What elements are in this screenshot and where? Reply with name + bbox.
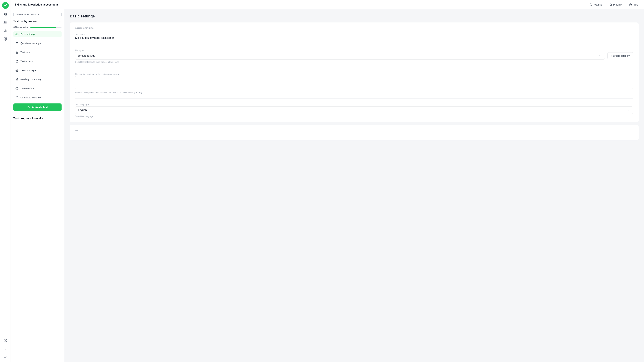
collapse-icon[interactable] — [58, 20, 62, 23]
category-help: Select test category to keep track of al… — [75, 61, 633, 63]
category-select[interactable]: Uncategorized — [75, 52, 605, 60]
test-progress-collapse-icon[interactable] — [58, 117, 62, 120]
progress-row: 83% completed — [14, 26, 62, 28]
activate-test-label: Activate test — [32, 106, 48, 109]
nav-item-questions-manager[interactable]: Questions manager — [14, 40, 62, 46]
back-icon[interactable] — [2, 345, 9, 352]
language-help: Select test language. — [75, 115, 633, 118]
nav-label-test-sets: Test sets — [20, 51, 30, 54]
page-header-title: Skills and knowledge assessment — [15, 3, 58, 6]
category-label: Category — [75, 49, 633, 52]
nav-label-test-access: Test access — [20, 60, 33, 63]
test-name-group: Test name Skills and knowledge assessmen… — [75, 33, 633, 44]
nav-label-test-start-page: Test start page — [20, 69, 36, 72]
svg-rect-26 — [16, 53, 16, 54]
progress-bar-fill — [30, 27, 56, 28]
expand-icon[interactable] — [2, 353, 9, 360]
svg-rect-0 — [4, 14, 5, 14]
language-select[interactable]: English — [75, 106, 633, 114]
panel-divider — [14, 114, 62, 114]
nav-label-basic-settings: Basic settings — [20, 33, 35, 36]
print-icon — [629, 3, 632, 6]
test-progress-label: Test progress & results — [14, 117, 43, 120]
nav-item-certificate-template[interactable]: Certificate template — [14, 94, 62, 101]
analytics-icon[interactable] — [2, 28, 9, 34]
language-group: Test language English Select test langua… — [75, 103, 633, 118]
description-textarea[interactable] — [75, 76, 633, 89]
svg-line-15 — [612, 5, 612, 6]
logo-card: LOGO — [70, 125, 639, 140]
print-button[interactable]: Print — [627, 2, 640, 8]
category-row: Uncategorized + Create category — [75, 52, 633, 60]
chevron-down-icon — [599, 54, 602, 57]
page-title: Basic settings — [70, 14, 639, 18]
settings-icon[interactable] — [2, 36, 9, 42]
language-chevron-icon — [628, 109, 630, 112]
nav-item-grading-summary[interactable]: Grading & summary — [14, 76, 62, 83]
questions-manager-icon — [16, 42, 18, 45]
test-access-icon — [16, 60, 18, 63]
svg-rect-2 — [4, 15, 5, 16]
nav-item-test-sets[interactable]: Test sets — [14, 49, 62, 56]
header-divider-1 — [606, 3, 606, 6]
test-info-button[interactable]: Test info — [587, 2, 604, 8]
preview-icon — [610, 3, 612, 6]
svg-marker-35 — [28, 106, 30, 108]
nav-item-test-access[interactable]: Test access — [14, 58, 62, 64]
svg-rect-3 — [6, 15, 6, 16]
svg-rect-25 — [17, 51, 18, 52]
info-icon — [590, 3, 592, 6]
icon-sidebar — [0, 0, 11, 362]
logo-section-label: LOGO — [75, 130, 633, 132]
apps-icon[interactable] — [2, 12, 9, 18]
top-header: Skills and knowledge assessment Test inf… — [11, 0, 644, 10]
time-settings-icon — [16, 87, 18, 90]
language-select-value: English — [78, 109, 87, 112]
header-divider-2 — [625, 3, 626, 6]
svg-rect-27 — [17, 53, 18, 54]
nav-label-time-settings: Time settings — [20, 87, 34, 90]
create-category-button[interactable]: + Create category — [608, 52, 633, 59]
nav-item-test-start-page[interactable]: Test start page — [14, 67, 62, 74]
svg-rect-24 — [16, 51, 16, 52]
description-group: Description (optional notes visible only… — [75, 73, 633, 98]
help-icon[interactable] — [2, 337, 9, 344]
config-section-header: Test configuration — [14, 20, 62, 23]
progress-bar-background — [30, 27, 62, 28]
grading-summary-icon — [16, 78, 18, 81]
nav-label-questions-manager: Questions manager — [20, 42, 41, 44]
svg-rect-16 — [630, 5, 631, 6]
svg-rect-1 — [6, 14, 6, 14]
nav-item-time-settings[interactable]: Time settings — [14, 85, 62, 92]
language-label: Test language — [75, 103, 633, 106]
left-panel: SETUP IN PROGRESS Test configuration 83%… — [11, 10, 64, 362]
svg-rect-28 — [16, 61, 18, 62]
nav-label-grading-summary: Grading & summary — [20, 78, 41, 81]
test-name-label: Test name — [75, 33, 633, 36]
nav-label-certificate-template: Certificate template — [20, 96, 41, 99]
main-content: Basic settings INITIAL SETTINGS Test nam… — [64, 10, 644, 362]
app-logo[interactable] — [2, 2, 9, 9]
users-icon[interactable] — [2, 20, 9, 26]
test-info-label: Test info — [593, 3, 602, 6]
initial-settings-card: INITIAL SETTINGS Test name Skills and kn… — [70, 22, 639, 122]
create-category-label: + Create category — [611, 54, 630, 57]
preview-button[interactable]: Preview — [607, 2, 624, 8]
initial-settings-label: INITIAL SETTINGS — [75, 27, 633, 29]
category-select-value: Uncategorized — [78, 54, 95, 57]
certificate-template-icon — [16, 96, 18, 99]
activate-test-button[interactable]: Activate test — [14, 104, 62, 111]
category-group: Category Uncategorized + Create category — [75, 49, 633, 68]
test-start-page-icon — [16, 69, 18, 72]
svg-point-8 — [5, 38, 6, 40]
content-area: SETUP IN PROGRESS Test configuration 83%… — [11, 10, 644, 362]
progress-label: 83% completed — [14, 26, 28, 28]
description-label: Description (optional notes visible only… — [75, 73, 633, 75]
description-help-bold: to you only. — [132, 92, 142, 94]
print-label: Print — [633, 3, 638, 6]
svg-point-17 — [16, 34, 18, 35]
test-sets-icon — [16, 51, 18, 54]
setup-badge: SETUP IN PROGRESS — [14, 12, 62, 17]
nav-item-basic-settings[interactable]: Basic settings — [14, 31, 62, 38]
preview-label: Preview — [613, 3, 622, 6]
